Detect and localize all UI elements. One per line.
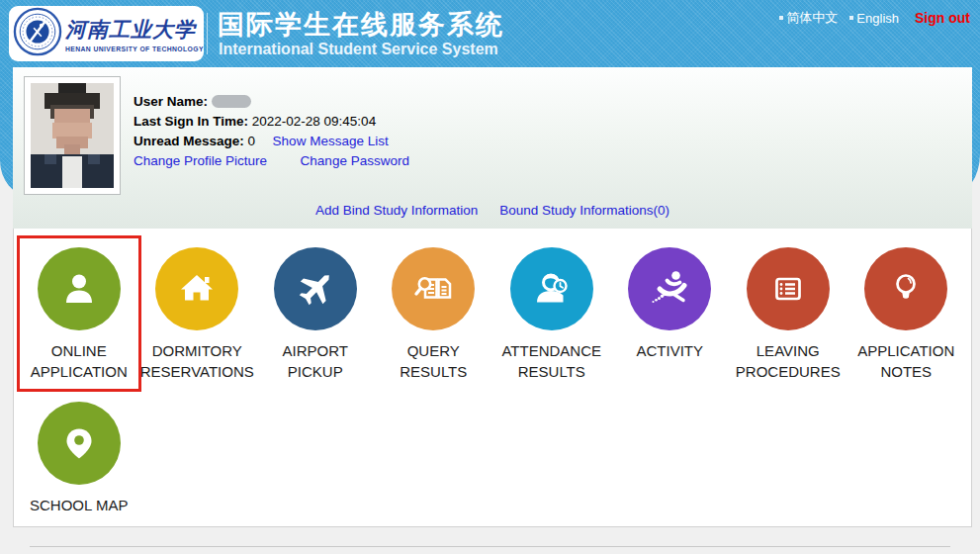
search-documents-icon <box>392 247 475 330</box>
language-bar: 简体中文 English Sign out <box>767 9 970 27</box>
tile-label: DORMITORY RESERVATIONS <box>138 340 257 382</box>
map-pin-icon <box>38 402 121 485</box>
last-sign-in-label: Last Sign In Time: <box>134 114 248 129</box>
logo-text: 河南工业大学 HENAN UNIVERSITY OF TECHNOLOGY <box>65 16 204 52</box>
add-bind-study-information-link[interactable]: Add Bind Study Information <box>315 203 478 218</box>
unread-message-label: Unread Message: <box>134 134 244 148</box>
bullet-icon <box>849 16 853 20</box>
study-info-links: Add Bind Study Information Bound Study I… <box>13 203 972 218</box>
university-name-cn: 河南工业大学 <box>65 16 204 44</box>
tile-airport-pickup[interactable]: AIRPORT PICKUP <box>256 238 375 389</box>
university-seal-icon <box>13 7 62 60</box>
tile-label: ONLINE APPLICATION <box>20 340 138 382</box>
change-profile-picture-link[interactable]: Change Profile Picture <box>134 153 267 168</box>
page: 河南工业大学 HENAN UNIVERSITY OF TECHNOLOGY 国际… <box>0 0 980 554</box>
show-message-list-link[interactable]: Show Message List <box>273 134 389 148</box>
tile-query-results[interactable]: QUERY RESULTS <box>375 238 493 389</box>
language-english-link[interactable]: English <box>849 11 899 26</box>
tile-dormitory-reservations[interactable]: DORMITORY RESERVATIONS <box>138 238 257 389</box>
tile-label: ATTENDANCE RESULTS <box>492 340 611 382</box>
bullet-icon <box>779 16 783 20</box>
change-password-link[interactable]: Change Password <box>301 153 409 168</box>
user-name-row: User Name: <box>134 94 409 108</box>
tile-application-notes[interactable]: APPLICATION NOTES <box>847 238 966 389</box>
lightbulb-icon <box>864 247 947 330</box>
unread-message-row: Unread Message: 0 Show Message List <box>134 134 409 147</box>
profile-photo <box>24 76 121 195</box>
header-divider <box>207 13 208 54</box>
tile-attendance-results[interactable]: ATTENDANCE RESULTS <box>492 238 611 389</box>
tile-school-map[interactable]: SCHOOL MAP <box>20 393 138 522</box>
tile-online-application[interactable]: ONLINE APPLICATION <box>20 238 138 389</box>
runner-icon <box>628 247 711 330</box>
system-title-cn: 国际学生在线服务系统 <box>218 7 504 43</box>
tile-label: SCHOOL MAP <box>30 495 128 515</box>
header: 河南工业大学 HENAN UNIVERSITY OF TECHNOLOGY 国际… <box>0 0 980 67</box>
user-info-panel: User Name: Last Sign In Time: 2022-02-28… <box>13 67 972 229</box>
tile-leaving-procedures[interactable]: LEAVING PROCEDURES <box>729 238 847 389</box>
university-name-en: HENAN UNIVERSITY OF TECHNOLOGY <box>65 46 204 52</box>
tile-label: LEAVING PROCEDURES <box>729 340 847 382</box>
tile-label: ACTIVITY <box>636 340 703 361</box>
user-name-redacted <box>212 95 251 108</box>
tile-label: AIRPORT PICKUP <box>256 340 375 382</box>
university-logo: 河南工业大学 HENAN UNIVERSITY OF TECHNOLOGY <box>9 6 204 61</box>
last-sign-in-value: 2022-02-28 09:45:04 <box>252 114 376 129</box>
service-tile-grid: ONLINE APPLICATION DORMITORY RESERVATION… <box>20 238 971 526</box>
profile-actions-row: Change Profile Picture Change Password <box>134 153 409 167</box>
plane-icon <box>274 247 357 330</box>
list-card-icon <box>747 247 830 330</box>
unread-message-count: 0 <box>248 134 256 148</box>
tile-label: APPLICATION NOTES <box>847 340 966 382</box>
services-panel: ONLINE APPLICATION DORMITORY RESERVATION… <box>13 229 972 527</box>
language-english-label: English <box>856 11 899 26</box>
user-info-block: User Name: Last Sign In Time: 2022-02-28… <box>134 94 409 173</box>
language-chinese-link[interactable]: 简体中文 <box>779 9 838 27</box>
tile-activity[interactable]: ACTIVITY <box>611 238 730 389</box>
last-sign-in-row: Last Sign In Time: 2022-02-28 09:45:04 <box>134 114 409 128</box>
home-icon <box>155 247 238 330</box>
language-chinese-label: 简体中文 <box>786 9 838 27</box>
content-panel: User Name: Last Sign In Time: 2022-02-28… <box>13 67 972 527</box>
person-icon <box>38 247 121 330</box>
bound-study-informations-link[interactable]: Bound Study Informations(0) <box>499 203 669 218</box>
footer-divider <box>30 546 950 547</box>
person-clock-icon <box>510 247 593 330</box>
user-name-label: User Name: <box>134 94 208 109</box>
sign-out-button[interactable]: Sign out <box>915 10 970 26</box>
tile-label: QUERY RESULTS <box>375 340 493 382</box>
system-title-en: International Student Service System <box>219 41 498 58</box>
